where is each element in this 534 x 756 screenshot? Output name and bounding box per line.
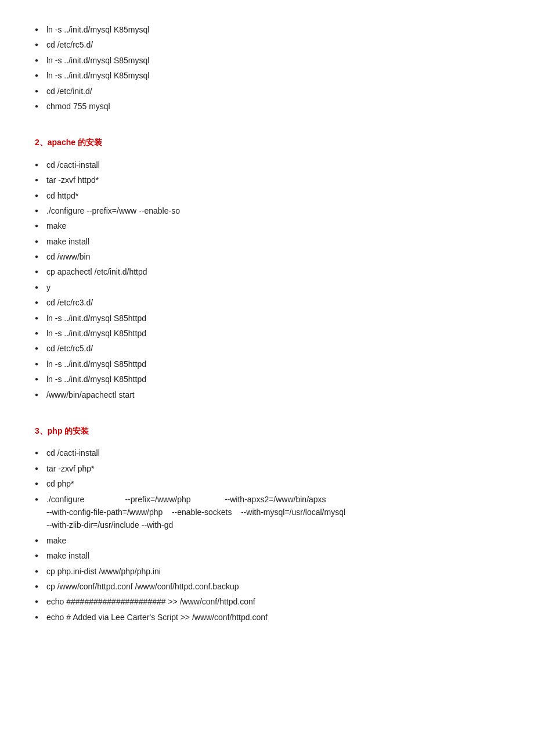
apache-section-title: 2、apache 的安装 [35,136,499,149]
list-item: ./configure --prefix=/www --enable-so [35,204,499,217]
command-text: cd httpd* [46,189,78,202]
list-item: echo ###################### >> /www/conf… [35,595,499,608]
list-item: cd /etc/rc5.d/ [35,342,499,355]
list-item: ln -s ../init.d/mysql K85mysql [35,69,499,82]
command-text: chmod 755 mysql [46,100,110,113]
section-mysql-links: ln -s ../init.d/mysql K85mysql cd /etc/r… [35,23,499,113]
command-text: cd php* [46,477,74,490]
apache-list: cd /cacti-install tar -zxvf httpd* cd ht… [35,159,499,401]
command-text: cd /etc/rc5.d/ [46,342,93,355]
command-text: ln -s ../init.d/mysql S85mysql [46,54,149,67]
command-text: cd /etc/rc5.d/ [46,38,93,51]
command-text: ln -s ../init.d/mysql S85httpd [46,312,146,325]
command-text: make [46,219,66,232]
list-item: ln -s ../init.d/mysql S85httpd [35,358,499,370]
php-list: cd /cacti-install tar -zxvf php* cd php*… [35,447,499,624]
list-item: y [35,281,499,294]
command-text: cp php.ini-dist /www/php/php.ini [46,565,161,578]
list-item: cp apachectl /etc/init.d/httpd [35,265,499,278]
command-text: tar -zxvf php* [46,462,94,475]
list-item: tar -zxvf httpd* [35,174,499,186]
command-text: make install [46,549,89,562]
list-item: cd httpd* [35,189,499,202]
list-item: echo # Added via Lee Carter's Script >> … [35,611,499,624]
list-item: cd php* [35,477,499,490]
list-item: cd /cacti-install [35,159,499,171]
list-item: make [35,534,499,547]
command-text: cd /etc/init.d/ [46,85,92,98]
list-item: chmod 755 mysql [35,100,499,113]
list-item: ln -s ../init.d/mysql K85httpd [35,373,499,386]
list-item: ./configure --prefix=/www/php --with-apx… [35,493,499,532]
list-item: make [35,219,499,232]
mysql-links-list: ln -s ../init.d/mysql K85mysql cd /etc/r… [35,23,499,113]
list-item: ln -s ../init.d/mysql K85mysql [35,23,499,36]
list-item: cp php.ini-dist /www/php/php.ini [35,565,499,578]
command-text: /www/bin/apachectl start [46,388,135,401]
php-section-title: 3、php 的安装 [35,424,499,437]
list-item: make install [35,549,499,562]
section-php: 3、php 的安装 cd /cacti-install tar -zxvf ph… [35,424,499,624]
command-text: cd /cacti-install [46,159,100,171]
command-text: ln -s ../init.d/mysql K85httpd [46,373,146,386]
command-text: cp /www/conf/httpd.conf /www/conf/httpd.… [46,580,239,593]
list-item: /www/bin/apachectl start [35,388,499,401]
command-text: echo ###################### >> /www/conf… [46,595,255,608]
command-text: make [46,534,66,547]
list-item: ln -s ../init.d/mysql S85httpd [35,312,499,325]
list-item: cd /www/bin [35,250,499,263]
list-item: ln -s ../init.d/mysql K85httpd [35,327,499,340]
command-text: ln -s ../init.d/mysql K85mysql [46,23,149,36]
command-text: echo # Added via Lee Carter's Script >> … [46,611,268,624]
command-text: ./configure --prefix=/www --enable-so [46,204,180,217]
list-item: cd /etc/init.d/ [35,85,499,98]
list-item: cd /cacti-install [35,447,499,459]
list-item: cd /etc/rc5.d/ [35,38,499,51]
command-text-multiline: ./configure --prefix=/www/php --with-apx… [46,493,345,532]
list-item: ln -s ../init.d/mysql S85mysql [35,54,499,67]
list-item: cp /www/conf/httpd.conf /www/conf/httpd.… [35,580,499,593]
command-text: tar -zxvf httpd* [46,174,99,186]
section-apache: 2、apache 的安装 cd /cacti-install tar -zxvf… [35,136,499,401]
list-item: cd /etc/rc3.d/ [35,296,499,309]
list-item: tar -zxvf php* [35,462,499,475]
command-text: ln -s ../init.d/mysql S85httpd [46,358,146,370]
command-text: y [46,281,50,294]
list-item: make install [35,235,499,248]
command-text: cd /cacti-install [46,447,100,459]
command-text: ln -s ../init.d/mysql K85httpd [46,327,146,340]
command-text: cd /www/bin [46,250,90,263]
command-text: ln -s ../init.d/mysql K85mysql [46,69,149,82]
command-text: cp apachectl /etc/init.d/httpd [46,265,147,278]
command-text: make install [46,235,89,248]
command-text: cd /etc/rc3.d/ [46,296,93,309]
